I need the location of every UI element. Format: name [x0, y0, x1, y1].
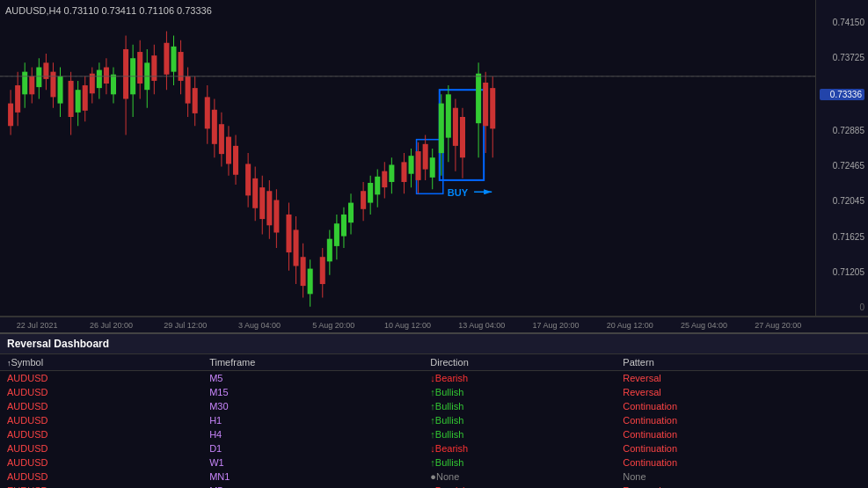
cell-symbol: AUDUSD	[0, 441, 202, 455]
dashboard-table: ↑Symbol Timeframe Direction Pattern AUDU…	[0, 354, 868, 488]
svg-rect-119	[460, 117, 465, 157]
cell-symbol: AUDUSD	[0, 399, 202, 413]
price-1: 0.73725	[820, 53, 864, 62]
cell-pattern: None	[616, 470, 868, 484]
cell-direction: ↓Bearish	[423, 484, 616, 488]
cell-tf: M5	[202, 484, 423, 488]
cell-pattern: Reversal	[616, 385, 868, 399]
cell-tf: D1	[202, 441, 423, 455]
price-3: 0.72885	[820, 126, 864, 135]
price-5: 0.72045	[820, 196, 864, 206]
svg-rect-95	[375, 177, 380, 195]
svg-rect-93	[368, 183, 373, 203]
cell-pattern: Reversal	[616, 371, 868, 386]
cell-pattern: Reversal	[616, 484, 868, 488]
table-row: AUDUSD D1 ↓Bearish Continuation	[0, 441, 868, 455]
col-symbol: ↑Symbol	[0, 354, 202, 371]
cell-direction: ↑Bullish	[423, 455, 616, 470]
svg-rect-89	[348, 203, 354, 223]
cell-symbol: AUDUSD	[0, 385, 202, 399]
cell-direction: ↓Bearish	[423, 371, 616, 386]
svg-rect-65	[252, 178, 258, 208]
col-direction: Direction	[423, 354, 616, 371]
svg-rect-51	[193, 88, 198, 113]
dashboard-title: Reversal Dashboard	[0, 334, 868, 354]
price-current: 0.73336	[820, 89, 864, 100]
svg-rect-79	[308, 269, 313, 295]
svg-rect-11	[36, 68, 41, 88]
svg-rect-91	[361, 191, 366, 209]
cell-symbol: AUDUSD	[0, 470, 202, 484]
svg-text:BUY: BUY	[448, 187, 469, 198]
svg-rect-110	[430, 157, 435, 178]
svg-rect-69	[266, 191, 272, 225]
price-0: 0.74150	[820, 18, 864, 27]
cell-tf: H1	[202, 413, 423, 427]
time-scale: 22 Jul 2021 26 Jul 20:00 29 Jul 12:00 3 …	[0, 317, 868, 332]
svg-rect-21	[76, 90, 81, 113]
svg-rect-67	[259, 187, 265, 219]
time-2: 29 Jul 12:00	[149, 321, 222, 330]
svg-rect-71	[274, 200, 279, 233]
svg-rect-55	[212, 110, 217, 144]
dashboard: Reversal Dashboard ↑Symbol Timeframe Dir…	[0, 332, 868, 488]
price-4: 0.72465	[820, 161, 864, 171]
svg-rect-117	[453, 108, 458, 146]
table-row: AUDUSD M5 ↓Bearish Reversal	[0, 371, 868, 386]
table-row: AUDUSD MN1 ●None None	[0, 470, 868, 484]
svg-rect-83	[327, 239, 332, 262]
time-10: 27 Aug 20:00	[741, 321, 815, 330]
cell-tf: M30	[202, 399, 423, 413]
svg-rect-23	[83, 85, 88, 111]
svg-rect-45	[171, 47, 176, 72]
cell-tf: MN1	[202, 470, 423, 484]
svg-rect-73	[286, 215, 291, 252]
svg-rect-29	[104, 68, 109, 84]
svg-rect-61	[233, 146, 238, 175]
time-0: 22 Jul 2021	[0, 321, 74, 330]
svg-rect-123	[483, 83, 488, 126]
candlestick-chart: BUY	[0, 18, 815, 316]
svg-rect-106	[416, 151, 421, 180]
svg-rect-0	[0, 18, 815, 316]
svg-rect-49	[186, 76, 191, 104]
table-row: AUDUSD M15 ↑Bullish Reversal	[0, 385, 868, 399]
svg-rect-113	[439, 104, 444, 154]
cell-symbol: AUDUSD	[0, 413, 202, 427]
svg-rect-103	[409, 156, 414, 174]
cell-pattern: Continuation	[616, 427, 868, 441]
table-row: EURUSD M5 ↓Bearish Reversal	[0, 484, 868, 488]
col-pattern: Pattern	[616, 354, 868, 371]
cell-symbol: AUDUSD	[0, 427, 202, 441]
cell-tf: M15	[202, 385, 423, 399]
svg-rect-59	[226, 137, 231, 164]
time-1: 26 Jul 20:00	[74, 321, 148, 330]
chart-title: AUDUSD,H4 0.73110 0.73411 0.71106 0.7333…	[5, 5, 212, 16]
price-6: 0.71625	[820, 232, 864, 242]
table-row: AUDUSD H4 ↑Bullish Continuation	[0, 427, 868, 441]
table-row: AUDUSD W1 ↑Bullish Continuation	[0, 455, 868, 470]
cell-symbol: AUDUSD	[0, 455, 202, 470]
svg-rect-53	[205, 97, 210, 128]
svg-rect-63	[245, 164, 251, 195]
time-8: 20 Aug 12:00	[593, 321, 667, 330]
cell-symbol: EURUSD	[0, 484, 202, 488]
cell-direction: ↑Bullish	[423, 413, 616, 427]
svg-rect-33	[123, 49, 128, 99]
cell-pattern: Continuation	[616, 441, 868, 455]
cell-symbol: AUDUSD	[0, 371, 202, 386]
cell-direction: ↓Bearish	[423, 441, 616, 455]
svg-rect-19	[69, 81, 74, 117]
price-scale: 0.74150 0.73725 0.73336 0.72885 0.72465 …	[815, 0, 868, 316]
svg-rect-75	[294, 229, 299, 266]
cell-pattern: Continuation	[616, 413, 868, 427]
table-row: AUDUSD M30 ↑Bullish Continuation	[0, 399, 868, 413]
cell-tf: H4	[202, 427, 423, 441]
time-9: 25 Aug 04:00	[667, 321, 740, 330]
time-4: 5 Aug 20:00	[296, 321, 370, 330]
svg-rect-43	[164, 43, 169, 75]
cell-tf: W1	[202, 455, 423, 470]
cell-pattern: Continuation	[616, 455, 868, 470]
cell-pattern: Continuation	[616, 399, 868, 413]
svg-rect-101	[401, 162, 406, 182]
